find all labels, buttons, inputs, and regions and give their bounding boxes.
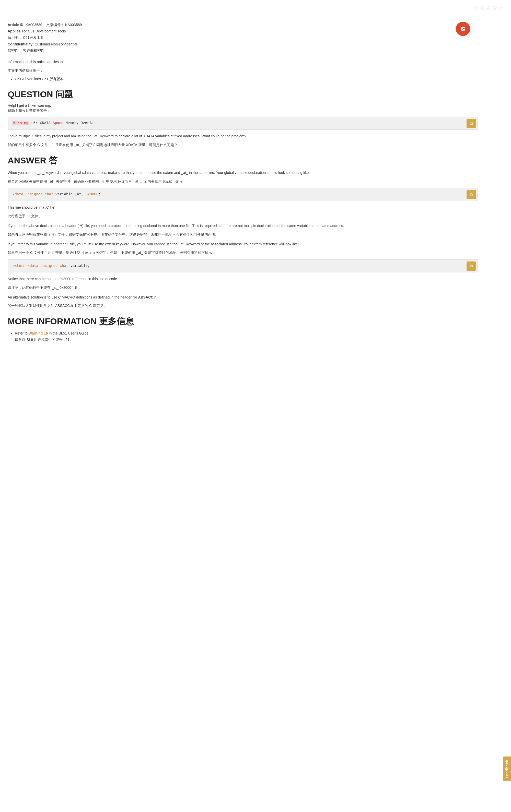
avatar: 赵 [456, 22, 470, 36]
help-en: Help! I get a linker warning: [8, 104, 478, 108]
copy-button-2[interactable]: ⧉ [466, 190, 476, 199]
feedback-tab[interactable]: Feedback [503, 757, 511, 781]
code-block-1: Warning L6: XDATA Space Memory Overlap [8, 117, 478, 130]
star-2[interactable]: ☆ [480, 5, 485, 11]
note1-zh: 此行应位于 .C 文件。 [8, 213, 478, 219]
star-5[interactable]: ☆ [498, 5, 503, 11]
top-bar: ☆ ☆ ☆ ☆ ☆ [0, 0, 511, 14]
applies-to-value: C51 Development Tools [28, 29, 66, 33]
note2-en: Notice that there can be no _at_ 0x8000 … [8, 276, 478, 282]
more-info-suffix: in the BL51 User's Guide. [48, 331, 89, 335]
more-info-item-1-en: Refer to Warning L6 in the BL51 User's G… [15, 331, 478, 335]
copy-icon-3: ⧉ [470, 264, 473, 268]
article-id-chinese-label: 文章编号： [46, 23, 64, 27]
char-keyword: char [45, 192, 53, 196]
confidentiality-line: Confidentiality: Customer Non-confidenti… [8, 41, 478, 48]
meta-section: Article ID: KA003589 文章编号： KA003589 Appl… [8, 22, 478, 54]
applies-to-label: Applies To: [8, 29, 27, 33]
para4-suffix: . [157, 295, 158, 299]
xdata-keyword-2: xdata [28, 264, 38, 268]
para4-prefix: An alternative solution is to use C MACR… [8, 295, 138, 299]
code-block-2: xdata unsigned char variable _at_ 0x8000… [8, 188, 478, 201]
star-3[interactable]: ☆ [486, 5, 491, 11]
confidentiality-label: Confidentiality: [8, 42, 34, 46]
semicolon-1: ; [98, 192, 101, 196]
code-variable-semi: variable; [68, 264, 90, 268]
code-block-1-wrapper: Warning L6: XDATA Space Memory Overlap ⧉ [8, 117, 478, 130]
applies-list-item: C51 All Versions C51 所有版本 [15, 76, 478, 82]
confidentiality-chinese-value: 客户非机密性 [23, 49, 45, 53]
article-id-label: Article ID: [8, 23, 25, 27]
hex-value: 0x8000 [86, 192, 98, 196]
confidentiality-value: Customer Non-confidential [35, 42, 77, 46]
unsigned-keyword: unsigned [25, 192, 43, 196]
rating-stars[interactable]: ☆ ☆ ☆ ☆ ☆ [474, 5, 503, 11]
answer-para2-zh: 如果将上述声明放在标题（.H）文件，您需要保护它不被声明在多个文件中。这是必需的… [8, 232, 478, 238]
star-4[interactable]: ☆ [492, 5, 497, 11]
applies-list: C51 All Versions C51 所有版本 [15, 76, 478, 82]
answer-heading: ANSWER 答 [8, 155, 478, 166]
space-keyword: Space [53, 121, 63, 125]
xdata-keyword: xdata [12, 192, 23, 196]
code-block-3: extern xdata unsigned char variable; [8, 259, 478, 272]
code-memory-overlap: Memory Overlap [63, 121, 96, 125]
article-id-value: KA003589 [26, 23, 42, 27]
warning-keyword: Warning [12, 121, 29, 125]
article-id-chinese-value: KA003589 [65, 23, 82, 27]
info-text-zh: 本文中的信息适用于： [8, 68, 478, 74]
confidentiality-chinese: 保密性： 客户非机密性 [8, 48, 478, 54]
absacc-link: ABSACC.h [138, 295, 157, 299]
code-block-3-wrapper: extern xdata unsigned char variable; ⧉ [8, 259, 478, 272]
info-text-en: Information in this article applies to: [8, 59, 478, 65]
answer-para4-zh: 另一种解决方案是使用头文件 ABSACC.h 中定义的 C 宏定义。 [8, 303, 478, 309]
main-content: Article ID: KA003589 文章编号： KA003589 Appl… [0, 14, 485, 362]
more-info-item-1-zh: 请参阅 BL6 用户指南中的警告 L51。 [15, 337, 478, 343]
copy-button-3[interactable]: ⧉ [466, 261, 476, 271]
extern-keyword: extern [12, 264, 25, 268]
question-heading: QUESTION 问题 [8, 89, 478, 99]
answer-para3-zh: 如果在另一个 C 文件中引用此变量，则必须使用 extern 关键字。但是，不能… [8, 250, 478, 256]
feedback-label: Feedback [505, 760, 509, 778]
star-1[interactable]: ☆ [474, 5, 479, 11]
answer-para1-zh: 在全局 xdata 变量中使用 _at_ 关键字时，请确保不要在同一行中使用 e… [8, 178, 478, 184]
char-keyword-2: char [60, 264, 69, 268]
more-info-item-1: Refer to Warning L6 in the BL51 User's G… [15, 331, 478, 347]
code-block-2-wrapper: xdata unsigned char variable _at_ 0x8000… [8, 188, 478, 201]
code-variable-at: variable _at_ [53, 192, 86, 196]
copy-button-1[interactable]: ⧉ [466, 119, 476, 128]
avatar-initials: 赵 [461, 25, 465, 33]
answer-para4-en: An alternative solution is to use C MACR… [8, 294, 478, 300]
question-desc-en: I have multiple C files in my project an… [8, 133, 478, 139]
article-id-line: Article ID: KA003589 文章编号： KA003589 [8, 22, 478, 28]
applies-section: Information in this article applies to: … [8, 59, 478, 82]
answer-para1-en: When you use the _at_ keyword in your gl… [8, 170, 478, 176]
answer-para3-en: If you refer to this variable in another… [8, 241, 478, 248]
confidentiality-chinese-prefix: 保密性： [8, 49, 22, 53]
help-zh: 帮助！我收到链接器警告： [8, 109, 478, 113]
warning-l6-link[interactable]: Warning L6 [29, 331, 48, 335]
applies-to-chinese-value: C51开发工具 [23, 35, 44, 39]
more-info-heading: MORE INFORMATION 更多信息 [8, 316, 478, 327]
copy-icon-2: ⧉ [470, 192, 473, 197]
applies-to-chinese-prefix: 适用于： [8, 35, 22, 39]
question-desc-zh: 我的项目中有多个 C 文件，并且正在使用 _at_ 关键字在固定地址声明大量 X… [8, 142, 478, 148]
more-info-list: Refer to Warning L6 in the BL51 User's G… [15, 331, 478, 347]
code-l6-xdata: L6: XDATA [29, 121, 53, 125]
note1-en: This line should be in a .C file. [8, 205, 478, 211]
answer-para2-en: If you put the above declaration in a he… [8, 223, 478, 229]
note2-zh: 请注意，此代码行中不能有 _at_ 0x8000引用。 [8, 285, 478, 291]
more-info-prefix: Refer to [15, 331, 29, 335]
copy-icon-1: ⧉ [470, 121, 473, 126]
applies-to-chinese: 适用于： C51开发工具 [8, 34, 478, 41]
unsigned-keyword-2: unsigned [41, 264, 57, 268]
applies-to-line: Applies To: C51 Development Tools [8, 28, 478, 34]
